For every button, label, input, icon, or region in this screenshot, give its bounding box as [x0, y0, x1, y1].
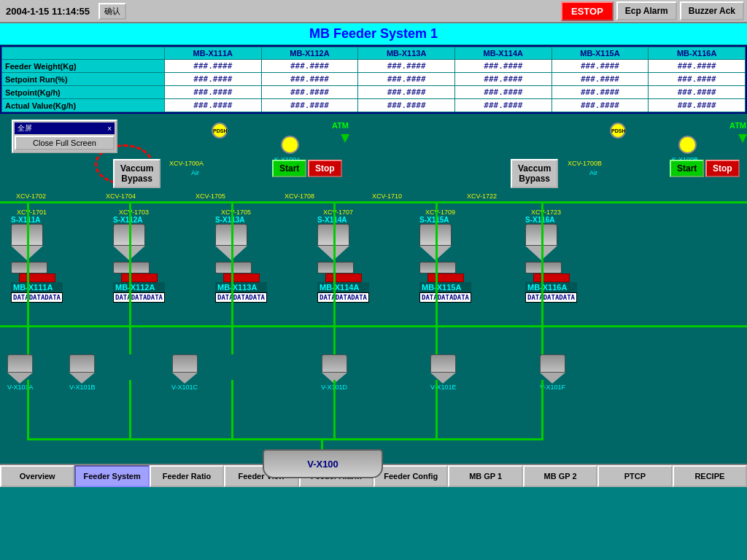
- data-cell-r1-c3: ###.####: [454, 73, 551, 86]
- data-cell-r1-c4: ###.####: [551, 73, 649, 86]
- red-bar-5: [427, 273, 464, 282]
- vaccum-bypass-right[interactable]: Vaccum Bypass: [511, 159, 558, 188]
- feeder-body-2: [113, 262, 150, 273]
- feeder-unit-3: XCV-1705 S-X113A MB-X113A DATADATADATA: [215, 209, 267, 303]
- nav-mb-gp1[interactable]: MB GP 1: [448, 465, 522, 487]
- v-pipe-1: [27, 201, 29, 354]
- nav-ptcp[interactable]: PTCP: [597, 465, 672, 487]
- row-label-1: Setpoint Run(%): [2, 73, 165, 86]
- vx100-vessel: V-X100: [263, 449, 383, 478]
- close-panel-close-icon[interactable]: ×: [107, 125, 112, 133]
- nav-feeder-system[interactable]: Feeder System: [74, 465, 149, 487]
- data-cell-r1-c2: ###.####: [358, 73, 455, 86]
- mb-x116a-data: DATADATADATA: [525, 292, 577, 303]
- stop-left-button[interactable]: Stop: [308, 160, 342, 177]
- s-x115a-label: S-X115A: [419, 216, 471, 224]
- process-area: 全屏 × Close Full Screen ↑ PDSH ATM K-X100…: [0, 114, 747, 464]
- vessel-cone-b: [69, 373, 95, 384]
- v-pipe-2: [129, 201, 131, 354]
- nav-overview[interactable]: Overview: [0, 465, 74, 487]
- xcv-1701-label: XCV-1701: [17, 209, 69, 216]
- data-cell-r3-c5: ###.####: [649, 99, 746, 112]
- down-pipe-6: [541, 380, 543, 438]
- start-left-button[interactable]: Start: [272, 160, 306, 177]
- vessel-body-e: [430, 354, 456, 373]
- vessel-body-c: [172, 354, 198, 373]
- s-x114a-label: S-X114A: [317, 216, 369, 224]
- data-cell-r2-c0: ###.####: [164, 86, 261, 99]
- main-h-pipe: [0, 201, 747, 203]
- nav-feeder-ratio[interactable]: Feeder Ratio: [150, 465, 224, 487]
- feeder-unit-5: XCV-1709 S-X115A MB-X115A DATADATADATA: [419, 209, 471, 303]
- red-bar-6: [533, 273, 570, 282]
- data-cell-r3-c1: ###.####: [261, 99, 358, 112]
- data-cell-r0-c0: ###.####: [164, 60, 261, 73]
- s-x111a-label: S-X111A: [11, 216, 63, 224]
- nav-recipe[interactable]: RECIPE: [673, 465, 747, 487]
- col-header-mb115a: MB-X115A: [551, 47, 649, 60]
- col-header-mb114a: MB-X114A: [454, 47, 551, 60]
- vessel-vx101c: V-X101C: [171, 354, 198, 391]
- stop-right-button[interactable]: Stop: [705, 160, 740, 177]
- down-pipe-4: [333, 380, 336, 438]
- pdsh-right-indicator: PDSH: [610, 122, 626, 139]
- xcv-1704-label: XCV-1704: [106, 192, 136, 200]
- mb-x112a-name: MB-X112A: [113, 282, 165, 292]
- data-cell-r1-c0: ###.####: [164, 73, 261, 86]
- vaccum-bypass-left[interactable]: Vaccum Bypass: [113, 159, 160, 188]
- feeder-unit-2: XCV-1703 S-X112A MB-X112A DATADATADATA: [113, 209, 165, 303]
- xcv-1705-label: XCV-1705: [196, 192, 225, 200]
- xcv-1702-label: XCV-1702: [16, 192, 46, 200]
- feeder-unit-6: XCV-1723 S-X116A MB-X116A DATADATADATA: [525, 209, 577, 303]
- atm-right-label: ATM: [729, 121, 746, 130]
- vaccum-left-line1: Vaccum: [120, 163, 153, 174]
- v-pipe-4: [333, 201, 336, 354]
- vessel-body-f: [540, 354, 565, 373]
- mb-x111a-name: MB-X111A: [11, 282, 63, 292]
- nav-feeder-config[interactable]: Feeder Config: [374, 465, 448, 487]
- vessel-vx101a: V-X101A: [7, 354, 34, 391]
- v-pipe-5: [436, 201, 438, 354]
- close-panel-title: 全屏 ×: [15, 122, 115, 134]
- buzzer-ack-button[interactable]: Buzzer Ack: [680, 1, 744, 20]
- atm-left-indicator: [341, 134, 349, 143]
- estop-button[interactable]: ESTOP: [561, 1, 614, 21]
- s-x116a-label: S-X116A: [525, 216, 577, 224]
- down-pipe-1: [27, 380, 29, 438]
- vessel-body-b: [69, 354, 95, 373]
- header-bar: 2004-1-15 11:14:55 确认 ESTOP Ecp Alarm Bu…: [0, 0, 747, 23]
- feeder-body-5: [419, 262, 456, 273]
- close-panel-title-text: 全屏: [18, 123, 32, 133]
- feeder-unit-1: XCV-1701 S-X111A MB-X111A DATADATADATA: [11, 209, 63, 303]
- lower-h-pipe: [0, 325, 747, 327]
- data-cell-r3-c2: ###.####: [358, 99, 455, 112]
- close-fullscreen-button[interactable]: Close Full Screen: [15, 136, 115, 150]
- down-pipe-2: [129, 380, 131, 438]
- xcv-1709-label: XCV-1709: [425, 209, 477, 216]
- air-right-label: Air: [589, 169, 597, 176]
- col-header-label: [2, 47, 165, 60]
- red-bar-3: [223, 273, 260, 282]
- xcv-1703-label: XCV-1703: [119, 209, 171, 216]
- col-header-mb111a: MB-X111A: [164, 47, 261, 60]
- vessel-cone-f: [540, 373, 565, 384]
- col-header-mb113a: MB-X113A: [358, 47, 455, 60]
- mb-x111a-data: DATADATADATA: [11, 292, 63, 303]
- vaccum-left-line2: Bypass: [120, 174, 153, 184]
- vessel-f-label: V-X101F: [540, 384, 565, 391]
- air-left-label: Air: [191, 169, 199, 176]
- row-label-0: Feeder Weight(Kg): [2, 60, 165, 73]
- data-cell-r1-c5: ###.####: [649, 73, 746, 86]
- pdsh-left-indicator: PDSH: [212, 122, 228, 139]
- row-label-3: Actual Value(Kg/h): [2, 99, 165, 112]
- v-pipe-3: [231, 201, 233, 354]
- data-cell-r2-c2: ###.####: [358, 86, 455, 99]
- xcv-1705b-label: XCV-1705: [221, 209, 273, 216]
- confirm-button[interactable]: 确认: [98, 3, 126, 20]
- atm-left-label: ATM: [332, 121, 349, 130]
- col-header-mb112a: MB-X112A: [261, 47, 358, 60]
- nav-mb-gp2[interactable]: MB GP 2: [523, 465, 597, 487]
- xcv-1723-label: XCV-1723: [531, 209, 583, 216]
- ecp-alarm-button[interactable]: Ecp Alarm: [616, 1, 677, 20]
- start-right-button[interactable]: Start: [670, 160, 704, 177]
